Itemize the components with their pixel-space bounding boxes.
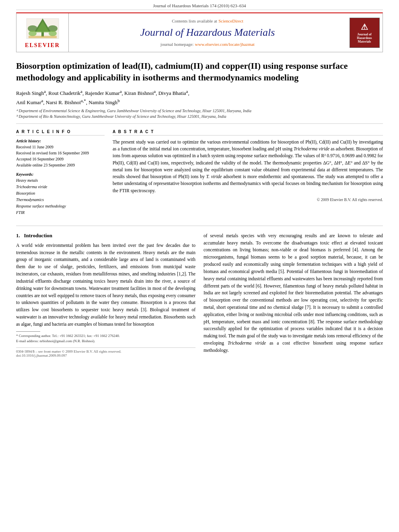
article-info-column: A R T I C L E I N F O Article history: R… — [16, 129, 105, 220]
email-footnote: E-mail address: nrbishnoi@gmail.com (N.R… — [16, 339, 195, 344]
sup-a4: a — [154, 89, 156, 94]
article-title: Biosorption optimization of lead(II), ca… — [16, 60, 383, 83]
abstract-column: A B S T R A C T The present study was ca… — [113, 129, 383, 220]
sup-a: a — [44, 89, 46, 94]
homepage-url[interactable]: www.elsevier.com/locate/jhazmat — [195, 42, 255, 47]
keywords-label: Keywords: — [16, 172, 105, 177]
journal-name: Journal of Hazardous Materials — [140, 27, 275, 39]
intro-paragraph: A world wide environmental problem has b… — [16, 242, 195, 328]
abstract-heading: A B S T R A C T — [113, 129, 383, 136]
intro-heading: 1. Introduction — [16, 232, 195, 239]
keyword-3: Biosorption — [16, 190, 105, 197]
hazmat-icon: ⚠ — [361, 22, 368, 32]
corresponding-footnote: * Corresponding author. Tel.: +91 1662 2… — [16, 333, 195, 339]
info-abstract-section: A R T I C L E I N F O Article history: R… — [16, 124, 383, 226]
body-section: 1. Introduction A world wide environment… — [16, 226, 383, 357]
elsevier-brand: ELSEVIER — [25, 42, 60, 49]
history-label: Article history: — [16, 139, 105, 143]
intro-paragraph-right: of several metals species with very enco… — [204, 232, 383, 354]
accepted-date: Accepted 16 September 2009 — [16, 156, 105, 162]
contents-available: Contents lists available at ScienceDirec… — [172, 18, 243, 24]
journal-reference: Journal of Hazardous Materials 174 (2010… — [16, 0, 383, 10]
received-date: Received 11 June 2009 — [16, 144, 105, 150]
article-info-heading: A R T I C L E I N F O — [16, 129, 105, 136]
page-container: Journal of Hazardous Materials 174 (2010… — [0, 0, 399, 374]
article-title-section: Biosorption optimization of lead(II), ca… — [16, 53, 383, 124]
svg-rect-8 — [29, 36, 57, 38]
journal-title-area: Contents lists available at ScienceDirec… — [69, 13, 346, 52]
keywords-group: Keywords: Heavy metals Trichoderma virid… — [16, 172, 105, 216]
svg-point-7 — [49, 31, 57, 36]
svg-point-6 — [29, 31, 37, 36]
sup-a6: a — [41, 98, 43, 103]
keyword-2: Trichoderma viride — [16, 184, 105, 190]
journal-ref-text: Journal of Hazardous Materials 174 (2010… — [153, 3, 246, 8]
footer-issn: 0304-3894/$ – see front matter © 2009 El… — [16, 347, 195, 357]
article-history-group: Article history: Received 11 June 2009 R… — [16, 139, 105, 168]
copyright-line: © 2009 Elsevier B.V. All rights reserved… — [113, 197, 383, 202]
elsevier-tree-logo — [25, 16, 61, 41]
sup-a2: a — [80, 89, 82, 94]
body-right-col: of several metals species with very enco… — [204, 232, 383, 357]
journal-header: ELSEVIER Contents lists available at Sci… — [16, 12, 383, 52]
intro-number: 1. — [16, 232, 20, 238]
doi-line: doi:10.1016/j.jhazmat.2009.09.097 — [16, 353, 195, 357]
affiliations: ᵃ Department of Environmental Science & … — [16, 108, 383, 119]
sup-a-star: a,* — [81, 98, 86, 103]
sciencedirect-link[interactable]: ScienceDirect — [218, 18, 243, 23]
abstract-text: The present study was carried out to opt… — [113, 139, 383, 194]
keyword-5: Response surface methodology — [16, 203, 105, 210]
received-revised: Received in revised form 16 September 20… — [16, 150, 105, 156]
available-date: Available online 23 September 2009 — [16, 162, 105, 168]
homepage-line: journal homepage: www.elsevier.com/locat… — [160, 41, 255, 47]
footnote-divider — [16, 331, 40, 332]
hazmat-line3: Materials — [358, 40, 371, 43]
affiliation-a: ᵃ Department of Environmental Science & … — [16, 108, 383, 114]
issn-line: 0304-3894/$ – see front matter © 2009 El… — [16, 349, 195, 353]
keyword-6: FTIR — [16, 210, 105, 216]
authors-line: Rajesh Singha, Rout Chadetrika, Rajender… — [16, 88, 383, 107]
keyword-4: Thermodynamics — [16, 197, 105, 203]
sup-a5: a — [186, 89, 188, 94]
keyword-1: Heavy metals — [16, 177, 105, 184]
affiliation-b: ᵇ Department of Bio & Nanotechnology, Gu… — [16, 114, 383, 119]
hazmat-logo: ⚠ Journal of Hazardous Materials — [350, 18, 380, 48]
body-left-col: 1. Introduction A world wide environment… — [16, 232, 195, 357]
sup-a3: a — [120, 89, 122, 94]
elsevier-logo-area: ELSEVIER — [16, 13, 69, 52]
sup-b: b — [117, 98, 119, 103]
hazmat-logo-area: ⚠ Journal of Hazardous Materials — [346, 13, 383, 52]
hazmat-line2: Hazardous — [357, 36, 372, 40]
hazmat-line1: Journal of — [357, 33, 371, 36]
